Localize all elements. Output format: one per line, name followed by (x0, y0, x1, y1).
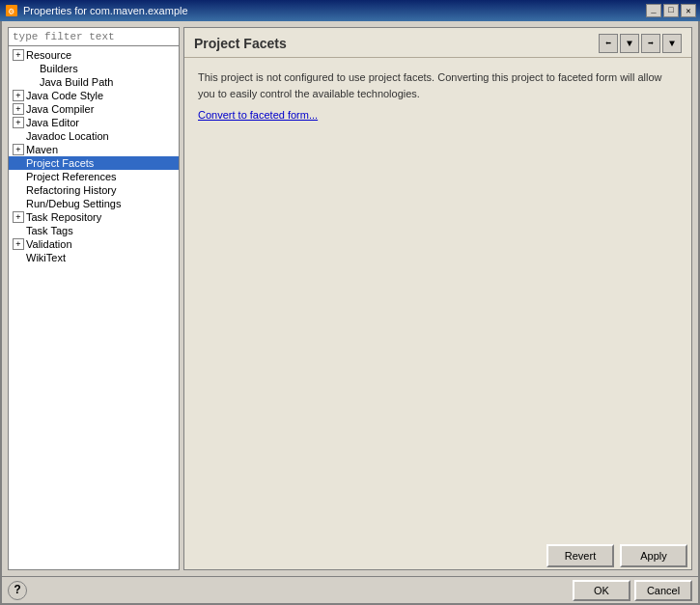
tree-item-task-tags[interactable]: Task Tags (9, 224, 179, 237)
minimize-button[interactable]: _ (646, 4, 661, 17)
tree-item-label-resource: Resource (26, 49, 71, 61)
maximize-button[interactable]: □ (663, 4, 679, 17)
tree-item-label-task-repository: Task Repository (26, 211, 101, 223)
footer-buttons: OK Cancel (573, 580, 692, 601)
tree-item-label-java-editor: Java Editor (26, 117, 79, 128)
tree-item-label-javadoc-location: Javadoc Location (26, 130, 109, 142)
filter-input[interactable] (9, 28, 179, 46)
panel-toolbar: ⬅ ▼ ➡ ▼ (599, 34, 682, 53)
tree-item-label-validation: Validation (26, 238, 72, 250)
revert-button[interactable]: Revert (546, 544, 614, 567)
apply-button[interactable]: Apply (620, 544, 687, 567)
expand-icon-resource: + (13, 49, 24, 61)
more-button[interactable]: ▼ (662, 34, 682, 53)
info-text: This project is not configured to use pr… (198, 69, 678, 101)
expand-icon-validation: + (13, 238, 24, 250)
tree-item-java-compiler[interactable]: +Java Compiler (9, 102, 179, 116)
close-button[interactable]: ✕ (681, 4, 696, 17)
tree-item-java-build-path[interactable]: Java Build Path (9, 75, 179, 89)
tree-list: +ResourceBuildersJava Build Path+Java Co… (9, 46, 179, 569)
title-bar: ⚙ Properties for com.maven.example _ □ ✕ (0, 0, 700, 21)
ok-button[interactable]: OK (573, 580, 630, 601)
expand-icon-java-code-style: + (13, 90, 24, 101)
forward-button[interactable]: ➡ (641, 34, 660, 53)
tree-item-refactoring-history[interactable]: Refactoring History (9, 183, 179, 197)
title-bar-text: Properties for com.maven.example (23, 5, 646, 16)
tree-item-wikitext[interactable]: WikiText (9, 251, 179, 264)
tree-item-builders[interactable]: Builders (9, 62, 179, 75)
forward-icon: ➡ (648, 38, 654, 49)
expand-icon-maven: + (13, 144, 24, 155)
convert-link[interactable]: Convert to faceted form... (198, 109, 318, 121)
tree-item-label-wikitext: WikiText (26, 252, 66, 263)
tree-item-label-java-compiler: Java Compiler (26, 103, 94, 115)
panel-header: Project Facets ⬅ ▼ ➡ ▼ (184, 28, 691, 58)
tree-item-project-facets[interactable]: Project Facets (9, 156, 179, 170)
tree-item-validation[interactable]: +Validation (9, 237, 179, 251)
tree-item-label-run-debug-settings: Run/Debug Settings (26, 198, 121, 209)
footer-bar: ? OK Cancel (2, 576, 698, 603)
tree-item-label-java-code-style: Java Code Style (26, 90, 103, 101)
more-icon: ▼ (669, 39, 675, 49)
tree-item-label-java-build-path: Java Build Path (40, 76, 113, 88)
tree-item-label-project-facets: Project Facets (26, 157, 94, 169)
back-icon: ⬅ (605, 38, 611, 49)
expand-icon-java-compiler: + (13, 103, 24, 115)
tree-item-resource[interactable]: +Resource (9, 48, 179, 62)
tree-item-run-debug-settings[interactable]: Run/Debug Settings (9, 197, 179, 210)
tree-item-label-maven: Maven (26, 144, 58, 155)
right-panel: Project Facets ⬅ ▼ ➡ ▼ T (183, 27, 692, 570)
tree-item-java-code-style[interactable]: +Java Code Style (9, 89, 179, 102)
dropdown-button[interactable]: ▼ (620, 34, 639, 53)
title-bar-icon: ⚙ (4, 3, 19, 18)
tree-item-task-repository[interactable]: +Task Repository (9, 210, 179, 224)
tree-item-label-refactoring-history: Refactoring History (26, 184, 117, 196)
tree-item-maven[interactable]: +Maven (9, 143, 179, 156)
content-area: +ResourceBuildersJava Build Path+Java Co… (2, 21, 698, 576)
bottom-buttons-row: Revert Apply (184, 544, 691, 569)
back-button[interactable]: ⬅ (599, 34, 618, 53)
expand-icon-task-repository: + (13, 211, 24, 223)
title-bar-buttons: _ □ ✕ (646, 4, 696, 17)
panel-title: Project Facets (194, 36, 287, 51)
dropdown-icon: ▼ (627, 39, 632, 49)
tree-item-label-task-tags: Task Tags (26, 225, 73, 236)
tree-item-label-builders: Builders (40, 63, 78, 74)
panel-content: This project is not configured to use pr… (184, 58, 691, 544)
tree-item-java-editor[interactable]: +Java Editor (9, 116, 179, 129)
tree-item-javadoc-location[interactable]: Javadoc Location (9, 129, 179, 143)
dialog: +ResourceBuildersJava Build Path+Java Co… (0, 21, 700, 605)
help-button[interactable]: ? (8, 581, 27, 600)
svg-text:⚙: ⚙ (8, 7, 14, 17)
cancel-button[interactable]: Cancel (634, 580, 692, 601)
tree-item-project-references[interactable]: Project References (9, 170, 179, 183)
expand-icon-java-editor: + (13, 117, 24, 128)
tree-item-label-project-references: Project References (26, 171, 117, 182)
left-panel: +ResourceBuildersJava Build Path+Java Co… (8, 27, 180, 570)
